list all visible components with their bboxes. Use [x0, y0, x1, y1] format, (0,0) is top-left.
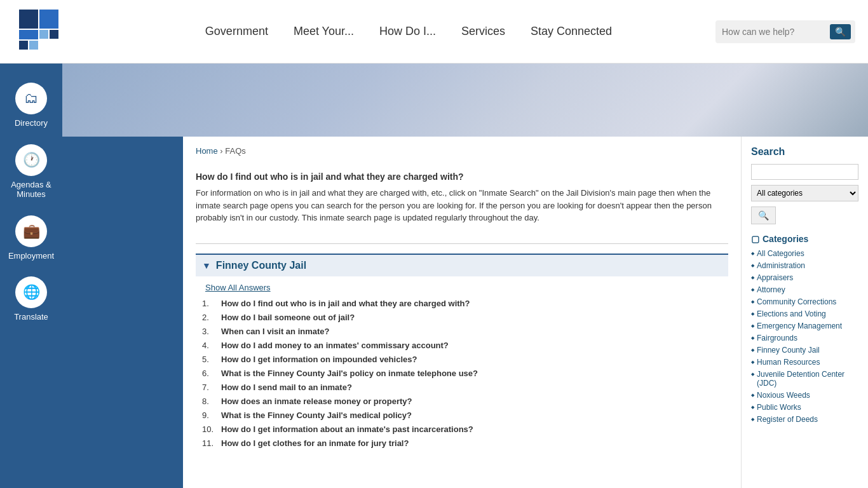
cat-fairgrounds[interactable]: Fairgrounds: [751, 334, 858, 342]
faq-item-1: 1. How do I find out who is in jail and …: [202, 299, 728, 308]
categories-icon: ▢: [751, 234, 759, 244]
sidebar-label-directory: Directory: [15, 118, 48, 128]
directory-icon: 🗂: [15, 83, 47, 114]
faq-item-10: 10. How do I get information about an in…: [202, 424, 728, 434]
svg-rect-3: [39, 30, 48, 39]
categories-section: ▢ Categories All Categories Administrati…: [751, 234, 858, 424]
cat-public-works[interactable]: Public Works: [751, 403, 858, 412]
cat-noxious-weeds[interactable]: Noxious Weeds: [751, 391, 858, 400]
nav-how-do-i[interactable]: How Do I...: [379, 25, 436, 38]
right-search-button[interactable]: 🔍: [751, 207, 776, 224]
svg-rect-1: [39, 10, 58, 29]
categories-label: Categories: [763, 234, 808, 244]
breadcrumb-home[interactable]: Home: [196, 146, 218, 156]
left-sidebar: 🗂 Directory 🕐 Agendas & Minutes 💼 Employ…: [0, 64, 62, 488]
nav-government[interactable]: Government: [205, 25, 268, 38]
cat-jdc[interactable]: Juvenile Detention Center (JDC): [751, 370, 858, 388]
content-area: Home › FAQs How do I find out who is in …: [183, 137, 741, 488]
nav-stay-connected[interactable]: Stay Connected: [531, 25, 612, 38]
breadcrumb-current: FAQs: [225, 146, 246, 156]
breadcrumb: Home › FAQs: [196, 146, 728, 156]
svg-rect-6: [29, 41, 38, 50]
hero-banner: [0, 64, 868, 137]
faq-item-2: 2. How do I bail someone out of jail?: [202, 313, 728, 322]
header: Government Meet Your... How Do I... Serv…: [0, 0, 868, 64]
header-search-button[interactable]: 🔍: [830, 24, 851, 39]
cat-emergency-management[interactable]: Emergency Management: [751, 322, 858, 330]
category-list: All Categories Administration Appraisers…: [751, 249, 858, 424]
sidebar-item-directory[interactable]: 🗂 Directory: [0, 76, 62, 135]
cat-attorney[interactable]: Attorney: [751, 285, 858, 294]
faq-item-11: 11. How do I get clothes for an inmate f…: [202, 438, 728, 448]
cat-administration[interactable]: Administration: [751, 261, 858, 270]
nav-services[interactable]: Services: [461, 25, 505, 38]
faq-item-4: 4. How do I add money to an inmates' com…: [202, 341, 728, 350]
employment-icon: 💼: [15, 215, 47, 247]
sidebar-item-agendas[interactable]: 🕐 Agendas & Minutes: [0, 138, 62, 206]
agendas-icon: 🕐: [15, 144, 47, 176]
svg-rect-5: [19, 41, 28, 50]
main-wrapper: Home › FAQs How do I find out who is in …: [62, 137, 868, 488]
section-header: ▼ Finney County Jail: [196, 254, 728, 276]
header-search-bar: 🔍: [715, 20, 855, 43]
separator: [196, 243, 728, 244]
category-select[interactable]: All categories: [751, 185, 858, 201]
right-search-input[interactable]: [751, 164, 858, 180]
faq-list: 1. How do I find out who is in jail and …: [196, 299, 728, 448]
section-title: Finney County Jail: [216, 260, 306, 271]
cat-finney-county-jail[interactable]: Finney County Jail: [751, 346, 858, 355]
faq-item-7: 7. How do I send mail to an inmate?: [202, 383, 728, 392]
cat-community-corrections[interactable]: Community Corrections: [751, 297, 858, 306]
intro-question: How do I find out who is in jail and wha…: [196, 172, 728, 182]
cat-human-resources[interactable]: Human Resources: [751, 358, 858, 367]
categories-title: ▢ Categories: [751, 234, 858, 244]
sidebar-label-agendas: Agendas & Minutes: [11, 180, 51, 200]
faq-item-5: 5. How do I get information on impounded…: [202, 355, 728, 364]
nav-meet-your[interactable]: Meet Your...: [294, 25, 354, 38]
right-sidebar: Search All categories 🔍 ▢ Categories All…: [741, 137, 868, 488]
main-nav: Government Meet Your... How Do I... Serv…: [114, 25, 703, 38]
cat-appraisers[interactable]: Appraisers: [751, 273, 858, 282]
left-panel: [62, 137, 183, 488]
right-search-title: Search: [751, 146, 858, 158]
show-all-answers-link[interactable]: Show All Answers: [205, 283, 728, 292]
cat-all-categories[interactable]: All Categories: [751, 249, 858, 258]
svg-rect-2: [19, 30, 38, 39]
triangle-icon: ▼: [202, 261, 211, 271]
cat-elections-voting[interactable]: Elections and Voting: [751, 309, 858, 318]
translate-icon: 🌐: [15, 276, 47, 308]
faq-intro: How do I find out who is in jail and wha…: [196, 165, 728, 231]
search-icon: 🔍: [758, 210, 769, 220]
header-search-input[interactable]: [722, 27, 830, 37]
faq-item-3: 3. When can I visit an inmate?: [202, 327, 728, 336]
sidebar-label-employment: Employment: [8, 251, 54, 261]
sidebar-item-employment[interactable]: 💼 Employment: [0, 209, 62, 268]
svg-rect-4: [50, 30, 58, 39]
faq-item-6: 6. What is the Finney County Jail's poli…: [202, 369, 728, 378]
logo[interactable]: [13, 6, 76, 57]
sidebar-item-translate[interactable]: 🌐 Translate: [0, 270, 62, 329]
faq-item-9: 9. What is the Finney County Jail's medi…: [202, 410, 728, 420]
faq-item-8: 8. How does an inmate release money or p…: [202, 396, 728, 406]
svg-rect-0: [19, 10, 38, 29]
cat-register-of-deeds[interactable]: Register of Deeds: [751, 415, 858, 424]
sidebar-label-translate: Translate: [14, 312, 48, 322]
intro-answer: For information on who is in jail and wh…: [196, 187, 728, 224]
